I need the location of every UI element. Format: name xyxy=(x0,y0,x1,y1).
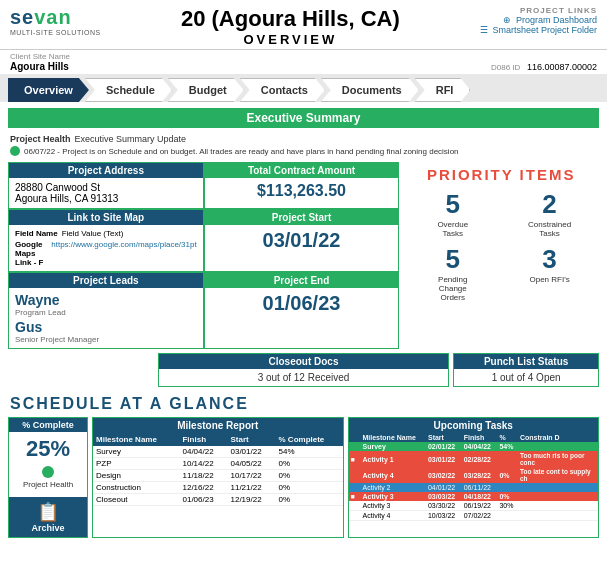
ut-task-constrain-d xyxy=(518,483,598,492)
logo-subtitle: MULTI-SITE SOLUTIONS xyxy=(10,29,101,36)
pct-complete-value: 25% xyxy=(9,436,87,462)
d086-value: 116.00087.00002 xyxy=(527,62,597,72)
ut-task-name: Activity 4 xyxy=(361,511,426,521)
ut-constrain-indicator xyxy=(349,501,361,511)
ut-task-finish: 07/02/22 xyxy=(462,511,498,521)
ms-name: Survey xyxy=(93,446,179,458)
ms-name: Design xyxy=(93,470,179,482)
ut-constrain-indicator: ■ xyxy=(349,451,361,467)
project-links-label: PROJECT LINKS xyxy=(480,6,597,15)
ms-finish: 12/16/22 xyxy=(179,482,227,494)
upcoming-task-row: Survey 02/01/22 04/04/22 54% xyxy=(349,442,599,451)
overdue-tasks: 5 OverdueTasks xyxy=(407,189,498,238)
exec-summary-header: Executive Summary xyxy=(8,108,599,128)
tab-rfi[interactable]: RFI xyxy=(415,78,471,102)
constrained-num: 2 xyxy=(504,189,595,220)
ut-task-finish: 04/04/22 xyxy=(462,442,498,451)
ms-finish: 10/14/22 xyxy=(179,458,227,470)
ut-task-start: 03/03/22 xyxy=(426,492,462,501)
archive-label: Archive xyxy=(31,523,64,533)
ut-col-finish: Finish xyxy=(462,433,498,442)
exec-dot xyxy=(10,146,20,156)
milestone-row: Closeout 01/06/23 12/19/22 0% xyxy=(93,494,343,506)
ms-start: 10/17/22 xyxy=(228,470,276,482)
maps-label: Google Maps Link - F xyxy=(15,240,47,267)
ms-pct: 0% xyxy=(276,470,343,482)
ut-task-name: Activity 1 xyxy=(361,451,426,467)
ut-task-pct xyxy=(497,451,518,467)
ut-task-constrain-d xyxy=(518,442,598,451)
pct-complete-box: % Complete 25% Project Health 📋 Archive xyxy=(8,417,88,538)
ut-col-constrain-d: Constrain D xyxy=(518,433,598,442)
ut-constrain-indicator xyxy=(349,511,361,521)
logo-sevan: sevan xyxy=(10,6,72,29)
site-map-title: Link to Site Map xyxy=(9,210,203,225)
milestone-row: Construction 12/16/22 11/21/22 0% xyxy=(93,482,343,494)
constrained-tasks: 2 ConstrainedTasks xyxy=(504,189,595,238)
client-label: Client Site Name xyxy=(10,52,70,61)
schedule-header: SCHEDULE AT A GLANCE xyxy=(0,391,607,415)
contract-amount-value: $113,263.50 xyxy=(211,182,393,200)
ms-start: 12/19/22 xyxy=(228,494,276,506)
pct-complete-label: % Complete xyxy=(9,418,87,432)
ut-task-name: Activity 4 xyxy=(361,467,426,483)
constrained-label: ConstrainedTasks xyxy=(504,220,595,238)
punch-list-title: Punch List Status xyxy=(454,354,598,369)
project-end-title: Project End xyxy=(205,273,399,288)
ut-task-finish: 04/18/22 xyxy=(462,492,498,501)
tab-schedule[interactable]: Schedule xyxy=(85,78,172,102)
pending-num: 5 xyxy=(407,244,498,275)
page-title: 20 (Agoura Hills, CA) xyxy=(181,6,400,32)
tab-contacts[interactable]: Contacts xyxy=(240,78,325,102)
ms-name: Construction xyxy=(93,482,179,494)
ut-col-constrain xyxy=(349,433,361,442)
tab-budget[interactable]: Budget xyxy=(168,78,244,102)
project-links: PROJECT LINKS ⊕ Program Dashboard ☰ Smar… xyxy=(480,6,597,35)
overdue-num: 5 xyxy=(407,189,498,220)
upcoming-task-row: Activity 4 03/02/22 03/28/22 0% Too late… xyxy=(349,467,599,483)
ut-constrain-indicator xyxy=(349,442,361,451)
ut-task-start: 10/03/22 xyxy=(426,511,462,521)
ms-start: 04/05/22 xyxy=(228,458,276,470)
ms-col-start: Start xyxy=(228,433,276,446)
client-info: Client Site Name Agoura Hills xyxy=(10,52,70,72)
project-leads-title: Project Leads xyxy=(9,273,203,288)
project-health-sched-label: Project Health xyxy=(9,480,87,489)
priority-grid: 5 OverdueTasks 2 ConstrainedTasks 5 Pend… xyxy=(407,189,595,302)
exec-summary-content: Project Health Executive Summary Update … xyxy=(0,132,607,160)
ut-task-name: Survey xyxy=(361,442,426,451)
client-value: Agoura Hills xyxy=(10,61,70,72)
ut-task-constrain-d xyxy=(518,492,598,501)
milestone-table: Milestone Name Finish Start % Complete S… xyxy=(93,433,343,506)
project-health-label: Project Health xyxy=(10,134,71,144)
ms-start: 03/01/22 xyxy=(228,446,276,458)
ut-constrain-indicator: ■ xyxy=(349,492,361,501)
ut-task-name: Activity 3 xyxy=(361,501,426,511)
ut-task-name: Activity 3 xyxy=(361,492,426,501)
program-dashboard-link[interactable]: ⊕ Program Dashboard xyxy=(480,15,597,25)
milestone-row: Design 11/18/22 10/17/22 0% xyxy=(93,470,343,482)
ut-col-pct: % xyxy=(497,433,518,442)
logo: sevan MULTI-SITE SOLUTIONS xyxy=(10,6,101,36)
ms-start: 11/21/22 xyxy=(228,482,276,494)
lead2-name: Gus xyxy=(15,319,197,335)
id-info: D086 ID 116.00087.00002 xyxy=(491,52,597,72)
exec-update-text: 06/07/22 - Project is on Schedule and on… xyxy=(24,147,459,156)
ut-task-name: Activity 2 xyxy=(361,483,426,492)
page-subtitle: OVERVIEW xyxy=(181,32,400,47)
ms-pct: 0% xyxy=(276,482,343,494)
tab-overview[interactable]: Overview xyxy=(8,78,89,102)
maps-url[interactable]: https://www.google.com/maps/place/31pt xyxy=(51,240,196,267)
ut-task-constrain-d: Too late cont to supply ch xyxy=(518,467,598,483)
tab-documents[interactable]: Documents xyxy=(321,78,419,102)
ut-task-start: 03/01/22 xyxy=(426,451,462,467)
archive-box[interactable]: 📋 Archive xyxy=(9,497,87,537)
contract-amount-card: Total Contract Amount $113,263.50 xyxy=(204,162,400,209)
ut-task-pct xyxy=(497,511,518,521)
health-dot xyxy=(42,466,54,478)
ut-task-start: 02/01/22 xyxy=(426,442,462,451)
smartsheet-link[interactable]: ☰ Smartsheet Project Folder xyxy=(480,25,597,35)
closeout-docs-value: 3 out of 12 Received xyxy=(165,372,443,383)
ut-task-finish: 03/28/22 xyxy=(462,467,498,483)
ut-constrain-indicator xyxy=(349,467,361,483)
